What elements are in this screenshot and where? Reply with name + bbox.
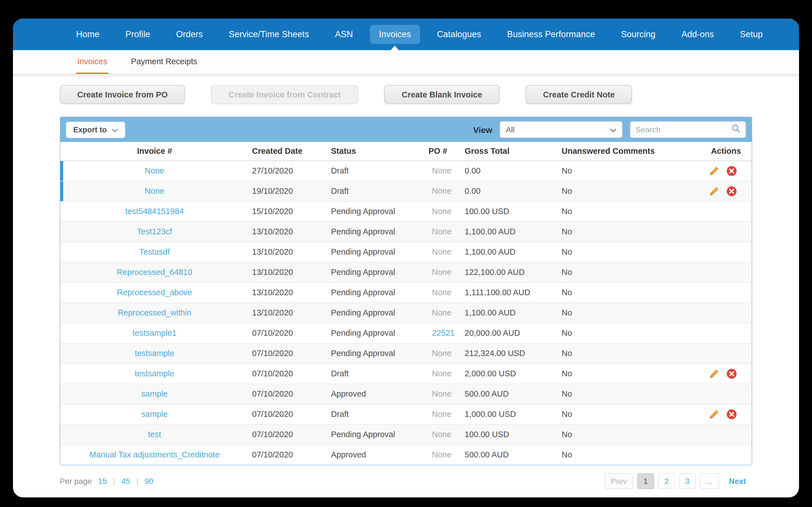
- actions-cell: [700, 282, 752, 302]
- invoice-link[interactable]: test5484151984: [125, 207, 184, 216]
- po-number-cell: None: [425, 181, 461, 201]
- invoice-table-body: None 27/10/2020 Draft None 0.00 No None …: [60, 161, 752, 465]
- invoice-link[interactable]: Testasdf: [139, 247, 170, 256]
- column-header-actions: Actions: [700, 142, 752, 161]
- circle-x-icon[interactable]: [726, 165, 737, 176]
- unanswered-comments-cell: No: [558, 302, 700, 323]
- nav-item-business-performance[interactable]: Business Performance: [498, 25, 604, 44]
- status-cell: Pending Approval: [327, 323, 425, 343]
- table-footer: Per page 15 | 45 | 90 Prev 1 2 3 ... Nex…: [60, 473, 752, 489]
- actions-cell: [700, 323, 752, 343]
- invoice-link[interactable]: sample: [141, 409, 168, 418]
- unanswered-comments-cell: No: [558, 384, 700, 404]
- next-page-button[interactable]: Next: [723, 473, 752, 489]
- invoice-link[interactable]: Manual Tax adjustments_Creditnote: [89, 450, 220, 459]
- unanswered-comments-cell: No: [558, 323, 700, 343]
- nav-item-service-time-sheets[interactable]: Service/Time Sheets: [220, 25, 318, 44]
- nav-item-profile[interactable]: Profile: [116, 25, 159, 44]
- created-date-cell: 15/10/2020: [249, 201, 327, 221]
- actions-cell: [700, 201, 752, 221]
- status-cell: Pending Approval: [327, 262, 425, 282]
- created-date-cell: 13/10/2020: [249, 282, 327, 302]
- gross-total-cell: 1,100.00 AUD: [461, 302, 558, 323]
- column-header-po: PO #: [425, 142, 461, 161]
- created-date-cell: 13/10/2020: [249, 262, 327, 282]
- status-cell: Pending Approval: [327, 302, 425, 323]
- nav-item-invoices[interactable]: Invoices: [370, 25, 420, 44]
- pencil-icon[interactable]: [709, 368, 719, 379]
- invoice-link[interactable]: sample: [141, 389, 168, 398]
- actions-cell: [700, 445, 752, 465]
- status-cell: Pending Approval: [327, 242, 425, 262]
- invoices-table-container: Export to View All: [60, 117, 752, 465]
- invoice-link[interactable]: test: [148, 430, 161, 439]
- gross-total-cell: 0.00: [461, 181, 558, 201]
- table-row: testsample1 07/10/2020 Pending Approval …: [60, 323, 752, 343]
- actions-cell: [700, 302, 752, 323]
- invoice-link[interactable]: testsample: [135, 369, 174, 378]
- page-ellipsis[interactable]: ...: [700, 473, 719, 489]
- actions-cell: [700, 262, 752, 282]
- create-invoice-from-contract-button[interactable]: Create Invoice from Contract: [211, 85, 358, 104]
- gross-total-cell: 2,000.00 USD: [461, 363, 558, 384]
- invoice-link[interactable]: testsample1: [133, 328, 176, 337]
- po-number-cell: None: [425, 363, 461, 384]
- unanswered-comments-cell: No: [558, 445, 700, 465]
- invoice-link[interactable]: Reprocessed_within: [117, 308, 191, 317]
- table-row: test 07/10/2020 Pending Approval None 10…: [60, 424, 752, 445]
- nav-item-orders[interactable]: Orders: [167, 25, 212, 44]
- create-blank-invoice-button[interactable]: Create Blank Invoice: [384, 85, 500, 104]
- actions-cell: [700, 384, 752, 404]
- per-page-option-90[interactable]: 90: [145, 476, 153, 486]
- create-credit-note-button[interactable]: Create Credit Note: [525, 85, 632, 104]
- pencil-icon[interactable]: [709, 186, 719, 196]
- table-row: None 19/10/2020 Draft None 0.00 No: [60, 181, 752, 201]
- per-page-separator: |: [136, 476, 138, 486]
- po-number-cell: None: [425, 404, 461, 424]
- circle-x-icon[interactable]: [726, 186, 737, 196]
- status-cell: Draft: [327, 181, 425, 201]
- page-button-1[interactable]: 1: [637, 473, 654, 489]
- circle-x-icon[interactable]: [726, 368, 737, 379]
- prev-page-button[interactable]: Prev: [605, 473, 633, 489]
- circle-x-icon[interactable]: [726, 409, 737, 419]
- nav-item-catalogues[interactable]: Catalogues: [428, 25, 490, 44]
- invoice-link[interactable]: Reprocessed_above: [117, 288, 192, 297]
- unanswered-comments-cell: No: [558, 363, 700, 384]
- pencil-icon[interactable]: [709, 165, 719, 176]
- export-to-button[interactable]: Export to: [66, 121, 125, 138]
- view-label: View: [473, 125, 492, 134]
- actions-cell: [700, 242, 752, 262]
- nav-item-asn[interactable]: ASN: [326, 25, 362, 44]
- column-header-unanswered-comments: Unanswered Comments: [558, 142, 700, 161]
- invoice-link[interactable]: Reprocessed_64810: [117, 268, 192, 277]
- po-number-cell: None: [425, 161, 461, 181]
- po-number-cell[interactable]: 22521: [425, 323, 461, 343]
- unanswered-comments-cell: No: [558, 404, 700, 424]
- nav-item-setup[interactable]: Setup: [731, 25, 772, 44]
- gross-total-cell: 1,111,100.00 AUD: [461, 282, 558, 302]
- gross-total-cell: 100.00 USD: [461, 424, 558, 445]
- nav-item-sourcing[interactable]: Sourcing: [612, 25, 664, 44]
- page-button-2[interactable]: 2: [658, 473, 675, 489]
- per-page-option-45[interactable]: 45: [121, 476, 130, 486]
- export-to-label: Export to: [73, 125, 107, 134]
- page-button-3[interactable]: 3: [679, 473, 696, 489]
- status-cell: Pending Approval: [327, 282, 425, 302]
- invoice-link[interactable]: None: [145, 166, 164, 175]
- subnav-item-payment-receipts[interactable]: Payment Receipts: [130, 50, 198, 74]
- invoice-link[interactable]: None: [145, 186, 164, 195]
- gross-total-cell: 0.00: [461, 161, 558, 181]
- view-select[interactable]: All: [500, 121, 622, 138]
- po-number-cell: None: [425, 343, 461, 363]
- nav-item-add-ons[interactable]: Add-ons: [672, 25, 723, 44]
- search-input[interactable]: [636, 125, 728, 134]
- invoice-link[interactable]: testsample: [135, 349, 174, 358]
- magnifier-icon[interactable]: [731, 124, 741, 135]
- subnav-item-invoices[interactable]: Invoices: [76, 50, 108, 74]
- pencil-icon[interactable]: [709, 409, 719, 419]
- per-page-option-15[interactable]: 15: [98, 476, 107, 486]
- invoice-link[interactable]: Test123cf: [137, 227, 172, 236]
- nav-item-home[interactable]: Home: [67, 25, 109, 44]
- create-invoice-from-po-button[interactable]: Create Invoice from PO: [60, 85, 185, 104]
